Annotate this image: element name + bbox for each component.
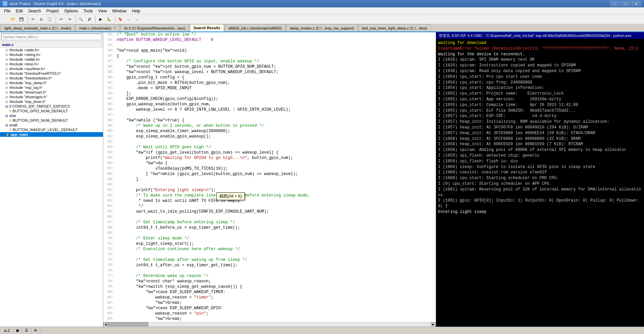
sym-item[interactable]: ⊞#include "driver/uart.h": [0, 90, 103, 95]
menu-search[interactable]: Search: [25, 8, 44, 14]
line-content: /* To make sure the complete line is pri…: [117, 193, 310, 198]
menu-file[interactable]: File: [1, 8, 13, 14]
tab-3[interactable]: Search Results: [190, 24, 224, 32]
jump-fwd-button[interactable]: →: [133, 16, 141, 23]
code-line: 84: wakeup_reason = "pin";: [103, 311, 436, 317]
build-button[interactable]: ▶: [97, 16, 105, 23]
sym-icon-define: #: [9, 128, 11, 132]
sym-item[interactable]: ⊞#include "esp_sleep.h": [0, 80, 103, 85]
tab-0[interactable]: light_sleep_example_main.c (C:\...\main): [1, 24, 75, 32]
sym-item[interactable]: ⊞#include "freertos/tasks.h": [0, 76, 103, 80]
save-button[interactable]: 💾: [17, 16, 25, 23]
window-controls[interactable]: − □ ✕: [610, 1, 641, 7]
minimize-button[interactable]: −: [610, 1, 620, 7]
new-button[interactable]: 📄: [1, 16, 9, 23]
sym-item[interactable]: ⊞#include <stdio.h>: [0, 48, 103, 52]
symbol-search-input[interactable]: [1, 34, 102, 40]
close-button[interactable]: ✕: [631, 1, 641, 7]
tab-close-1[interactable]: ✕: [113, 26, 116, 30]
status-settings[interactable]: ⚙: [31, 328, 40, 333]
sym-item[interactable]: ⊞#include <string.h>: [0, 52, 103, 57]
tab-5[interactable]: sleep_modes.c (C:\...\esp_hw_support): [286, 24, 358, 32]
status-list[interactable]: ☰: [22, 328, 31, 333]
scroll-left[interactable]: ◀: [103, 322, 108, 327]
line-content: int64_t t_after_us = esp_timer_get_time(…: [117, 263, 237, 268]
status-grid[interactable]: ▣: [13, 328, 22, 333]
code-line: 52:: [103, 140, 436, 145]
code-editor[interactable]: 32:/* "Boot" button is active low */33:#…: [103, 32, 436, 322]
jump-back-button[interactable]: ←: [125, 16, 133, 23]
code-line: 54: "kw">if (gpio_get_level(button_gpio_…: [103, 150, 436, 156]
menu-window[interactable]: Window: [110, 8, 129, 14]
sym-item[interactable]: ⊞#include <sys/time.h>: [0, 66, 103, 71]
menu-edit[interactable]: Edit: [13, 8, 25, 14]
cut-button[interactable]: ✂: [29, 16, 37, 23]
line-content: }: [117, 177, 139, 182]
sym-item[interactable]: #BUTTON_GPIO_NUM_DEFAULT: [0, 109, 103, 113]
app-icon: [3, 1, 7, 6]
line-content: "kw">const "kw">int wakeup_level = BUTTO…: [117, 70, 279, 74]
scroll-track[interactable]: [108, 322, 431, 327]
cmd-line: I (1054) cpu_start: Application informat…: [438, 85, 642, 91]
sym-item[interactable]: #BUTTON_GPIO_NUM_DEFAULT: [0, 118, 103, 123]
line-content: "kw">if (gpio_get_level(button_gpio_num)…: [117, 150, 279, 155]
line-number: 34:: [105, 43, 117, 47]
code-line: 67: /* Get timestamp before entering sle…: [103, 220, 436, 225]
sym-item[interactable]: ⊞#include "driver/gpio.h": [0, 95, 103, 99]
code-line: 40: gpio_config_t config = {: [103, 75, 436, 80]
line-number: 41:: [105, 80, 117, 85]
debug-button[interactable]: 🐛: [105, 16, 113, 23]
open-button[interactable]: 📂: [9, 16, 17, 23]
search-button[interactable]: 🔍: [77, 16, 85, 23]
sym-item[interactable]: #BUTTON_WAKEUP_LEVEL_DEFAULT: [0, 127, 103, 132]
menu-tools[interactable]: Tools: [81, 8, 96, 14]
bookmark-button[interactable]: 🔖: [116, 16, 124, 23]
tab-2[interactable]: rtc.h (C:\Espressif\frameworks\...\soc): [120, 24, 189, 32]
replace-button[interactable]: ⇄: [85, 16, 93, 23]
code-line: 41: .pin_bit_mask = BIT64(button_gpio_nu…: [103, 80, 436, 86]
menu-options[interactable]: Options: [61, 8, 80, 14]
status-az[interactable]: A-Z: [1, 329, 13, 333]
code-line: 47:: [103, 113, 436, 118]
cmd-line: I (1020) spiram: Instructions copied and…: [438, 63, 642, 68]
code-line: 42: .mode = GPIO_MODE_INPUT: [103, 86, 436, 91]
tooltip-popup: 截图(Alt + A): [216, 192, 245, 200]
scroll-right[interactable]: ▶: [431, 322, 436, 327]
maximize-button[interactable]: □: [621, 1, 631, 7]
redo-button[interactable]: ↪: [65, 16, 73, 23]
copy-button[interactable]: ⎘: [37, 16, 45, 23]
sym-item[interactable]: ⊟if CONFIG_IDF_TARGET_ESP32C3: [0, 104, 103, 109]
sym-item[interactable]: ⊟endif: [0, 123, 103, 127]
tab-1[interactable]: main.c (elock\main)✕: [75, 24, 119, 32]
menu-project[interactable]: Project: [44, 8, 61, 14]
line-number: 55:: [105, 156, 117, 160]
sym-icon-ifdef: ⊟: [5, 114, 8, 118]
sym-item[interactable]: ⊞#include "esp_log.h": [0, 85, 103, 90]
sym-item[interactable]: ⚡app_main: [0, 132, 103, 137]
menu-view[interactable]: View: [96, 8, 110, 14]
menu-help[interactable]: Help: [129, 8, 143, 14]
line-number: 85:: [105, 317, 117, 321]
tab-6[interactable]: test_esp_timer_light_sleep.c (C:\...\tes…: [359, 24, 431, 32]
tab-4[interactable]: sl6650_init.c (elock\main\sl6650): [225, 24, 286, 32]
scroll-thumb[interactable]: [108, 322, 148, 326]
code-line: 75: int64_t t_after_us = esp_timer_get_t…: [103, 263, 436, 268]
line-number: 61:: [105, 188, 117, 192]
sym-icon-include: ⊞: [5, 81, 8, 85]
paste-button[interactable]: 📋: [46, 16, 54, 23]
sym-item[interactable]: ⊞#include <time.h>: [0, 62, 103, 66]
undo-button[interactable]: ↩: [57, 16, 65, 23]
code-line: 85: "kw">break;: [103, 317, 436, 322]
code-line: 73:: [103, 252, 436, 258]
code-hscrollbar[interactable]: ◀ ▶: [103, 322, 436, 327]
toolbar-sep-5: [114, 16, 115, 23]
line-number: 47:: [105, 113, 117, 117]
sym-item[interactable]: ⊞#include <stdlib.h>: [0, 57, 103, 62]
sym-item[interactable]: ⊟else: [0, 113, 103, 118]
title-bar: elock Project - Source Insight 4.0 - [ma…: [0, 0, 644, 7]
line-content: vTaskDelay(pdMS_TO_TICKS(10));: [117, 166, 228, 171]
sym-item[interactable]: ⊞#include "freertos/FreeRTOS.h": [0, 71, 103, 76]
cmd-line: waiting for download: [438, 40, 642, 46]
sym-item[interactable]: ⊞#include "esp_timer.h": [0, 99, 103, 104]
code-line: 38: "kw">const "kw">int button_gpio_num …: [103, 64, 436, 70]
